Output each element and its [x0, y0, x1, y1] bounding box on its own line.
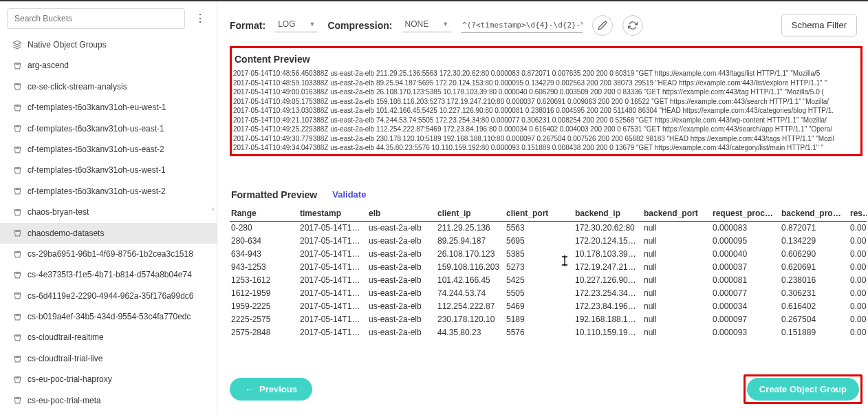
bucket-icon: [12, 249, 22, 259]
sidebar-bucket-item[interactable]: chaosdemo-datasets: [0, 223, 217, 244]
bucket-label: cf-templates-t6o3kanv31oh-us-east-2: [28, 142, 164, 156]
bucket-label: cf-templates-t6o3kanv31oh-us-west-2: [28, 184, 166, 198]
table-cell: 0.007: [849, 221, 867, 235]
refresh-button[interactable]: [622, 15, 643, 36]
table-header[interactable]: Range: [230, 206, 299, 222]
table-cell: 0.007: [849, 313, 867, 326]
bucket-label: cf-templates-t6o3kanv31oh-us-east-1: [28, 122, 164, 136]
sidebar-bucket-item[interactable]: chaos-bryan-test: [0, 202, 217, 222]
table-row[interactable]: 1612-19592017-05-14T10:4...us-east-2a-el…: [230, 287, 867, 300]
content-preview-title: Content Preview: [235, 54, 859, 65]
table-header[interactable]: timestamp: [299, 206, 367, 222]
content-preview-text: 2017-05-14T10:48:56.450388Z us-east-2a-e…: [233, 69, 859, 153]
table-header[interactable]: backend_port: [642, 206, 711, 222]
table-header[interactable]: elb: [367, 206, 436, 222]
bucket-icon: [12, 270, 22, 279]
table-cell: 0.151889: [780, 326, 849, 339]
table-cell: 0.616402: [780, 300, 849, 313]
sidebar-bucket-item[interactable]: cs-eu-poc-trial-meta: [0, 390, 217, 411]
bucket-label: cs-cloudtrail-realtime: [28, 330, 104, 344]
create-object-group-button[interactable]: Create Object Group: [747, 378, 859, 401]
sidebar-bucket-item[interactable]: cs-cloudtrail-realtime: [0, 327, 217, 348]
table-cell: 10.178.103.39:8...: [574, 248, 642, 261]
search-input[interactable]: [7, 8, 185, 29]
table-cell: 0.606290: [780, 248, 849, 261]
table-cell: 2017-05-14T10:4...: [299, 248, 367, 261]
compression-select[interactable]: NONE ▼: [402, 18, 452, 32]
sidebar-bucket-item[interactable]: cf-templates-t6o3kanv31oh-us-west-1: [0, 160, 217, 180]
table-cell: 0.008: [849, 326, 867, 339]
table-row[interactable]: 1253-16122017-05-14T10:4...us-east-2a-el…: [230, 274, 867, 287]
sidebar-bucket-item[interactable]: cf-templates-t6o3kanv31oh-us-west-2: [0, 181, 217, 202]
table-cell: 10.110.159.192:...: [574, 326, 642, 339]
table-header[interactable]: client_ip: [436, 206, 505, 222]
table-row[interactable]: 280-6342017-05-14T10:4...us-east-2a-elb8…: [230, 235, 867, 248]
table-cell: 172.23.84.196:8...: [574, 300, 642, 313]
formatted-preview-title: Formatted Preview: [231, 189, 317, 200]
table-header[interactable]: respo: [849, 206, 867, 222]
previous-button[interactable]: ← Previous: [230, 378, 312, 401]
table-cell: null: [642, 248, 711, 261]
sidebar-bucket-item[interactable]: ce-se-click-stream-analysis: [0, 76, 217, 97]
table-cell: null: [642, 326, 711, 339]
footer: ← Previous Create Object Group: [230, 366, 867, 415]
main-panel: Format: LOG ▼ Compression: NONE ▼ ^(?<ti…: [217, 1, 868, 415]
bucket-label: chaos-bryan-test: [28, 205, 89, 219]
regex-input[interactable]: ^(?<timestamp>\d{4}-\d{2}-\d{2}T\d{2}:\d…: [461, 18, 583, 33]
sidebar-bucket-item[interactable]: cs-f7ea630a-ebdf-4a2b-b1a8-12159ee0ee27: [0, 411, 217, 415]
table-header[interactable]: backend_process...: [780, 206, 849, 222]
table-cell: 2225-2575: [230, 313, 299, 326]
bucket-icon: [12, 207, 22, 217]
refresh-icon: [628, 21, 638, 30]
format-label: Format:: [230, 20, 265, 31]
edit-button[interactable]: [592, 15, 613, 36]
table-cell: 634-943: [230, 248, 299, 261]
sidebar-bucket-item[interactable]: cs-b019a4ef-34b5-434d-9554-53c4fa770edc: [0, 306, 217, 327]
table-row[interactable]: 634-9432017-05-14T10:4...us-east-2a-elb2…: [230, 248, 867, 261]
table-cell: 5505: [505, 287, 574, 300]
layers-icon: [12, 40, 22, 50]
bucket-tree[interactable]: Native Object Groups arg-ascendce-se-cli…: [0, 34, 217, 415]
sidebar-bucket-item[interactable]: cs-29ba6951-96b1-4f69-8756-1b2cea3c1518: [0, 244, 217, 264]
table-row[interactable]: 1959-22252017-05-14T10:4...us-east-2a-el…: [230, 300, 867, 313]
table-header[interactable]: request_process...: [711, 206, 780, 222]
table-cell: 10.227.126.90:8...: [574, 274, 642, 287]
bucket-label: ce-se-click-stream-analysis: [28, 80, 127, 94]
toolbar: Format: LOG ▼ Compression: NONE ▼ ^(?<ti…: [230, 1, 867, 46]
bucket-label: cs-29ba6951-96b1-4f69-8756-1b2cea3c1518: [28, 247, 193, 261]
bucket-icon: [12, 61, 22, 71]
sidebar-bucket-item[interactable]: cf-templates-t6o3kanv31oh-eu-west-1: [0, 97, 217, 118]
compression-value: NONE: [405, 19, 429, 29]
bucket-icon: [12, 82, 22, 92]
table-cell: 5469: [505, 300, 574, 313]
native-object-groups[interactable]: Native Object Groups: [0, 34, 217, 55]
table-row[interactable]: 2225-25752017-05-14T10:4...us-east-2a-el…: [230, 313, 867, 326]
table-cell: 5425: [505, 274, 574, 287]
table-cell: 5695: [505, 235, 574, 248]
table-row[interactable]: 2575-28482017-05-14T10:4...us-east-2a-el…: [230, 326, 867, 339]
table-row[interactable]: 0-2802017-05-14T10:4...us-east-2a-elb211…: [230, 221, 867, 235]
table-header[interactable]: client_port: [505, 206, 574, 222]
sidebar-bucket-item[interactable]: cs-cloudtrail-trial-live: [0, 348, 217, 369]
sidebar-bucket-item[interactable]: arg-ascend: [0, 55, 217, 76]
table-cell: 0.134229: [780, 235, 849, 248]
table-row[interactable]: 943-12532017-05-14T10:4...us-east-2a-elb…: [230, 261, 867, 274]
table-cell: 159.108.116.203: [436, 261, 505, 274]
validate-link[interactable]: Validate: [332, 189, 366, 200]
table-cell: 0.002: [849, 235, 867, 248]
schema-filter-button[interactable]: Schema Filter: [781, 14, 857, 36]
bucket-label: cf-templates-t6o3kanv31oh-us-west-1: [28, 163, 166, 177]
table-cell: 0.004: [849, 300, 867, 313]
sidebar: ⋮ Native Object Groups arg-ascendce-se-c…: [0, 1, 217, 415]
sidebar-bucket-item[interactable]: cf-templates-t6o3kanv31oh-us-east-1: [0, 118, 217, 139]
more-icon[interactable]: ⋮: [191, 13, 210, 24]
format-select[interactable]: LOG ▼: [275, 18, 318, 32]
table-cell: 44.35.80.23: [436, 326, 505, 339]
sidebar-bucket-item[interactable]: cs-6d4119e2-2290-4944-962a-35f176a99dc6: [0, 286, 217, 306]
sidebar-bucket-item[interactable]: cs-eu-poc-trial-haproxy: [0, 369, 217, 390]
sidebar-bucket-item[interactable]: cs-4e3735f3-f1e5-4b71-b814-d574a8b04e74: [0, 264, 217, 285]
table-cell: 172.23.254.34:8...: [574, 287, 642, 300]
sidebar-bucket-item[interactable]: cf-templates-t6o3kanv31oh-us-east-2: [0, 139, 217, 160]
arrow-left-icon: ←: [245, 384, 254, 394]
table-header[interactable]: backend_ip: [574, 206, 642, 222]
